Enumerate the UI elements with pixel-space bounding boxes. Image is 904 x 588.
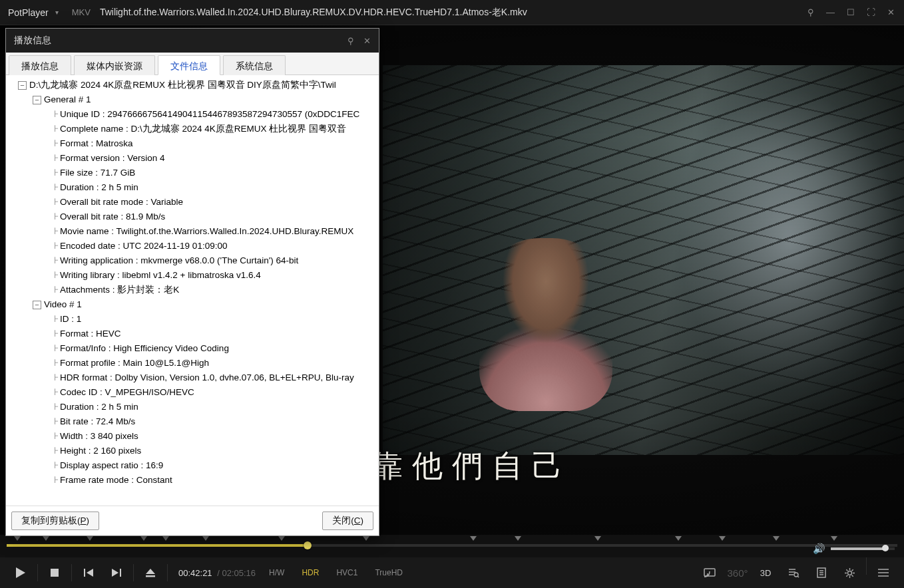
chapter-mark[interactable] [719,536,726,541]
close-icon[interactable]: ✕ [363,36,371,46]
time-total: 02:05:16 [222,568,256,578]
svg-point-11 [847,571,851,575]
chapter-mark[interactable] [363,536,369,541]
tree-node[interactable]: ⊦Frame rate mode : Constant [6,473,379,488]
audio-codec-badge[interactable]: TrueHD [371,567,407,579]
tree-node[interactable]: ⊦Overall bit rate mode : Variable [6,195,379,210]
file-title: Twilight.of.the.Warriors.Walled.In.2024.… [100,7,807,19]
hdr-badge[interactable]: HDR [298,567,323,579]
minimize-icon[interactable]: — [826,7,835,17]
svg-marker-3 [87,569,93,577]
tab-3[interactable]: 系统信息 [223,55,286,75]
playlist-icon[interactable] [807,557,835,588]
tree-node[interactable]: ⊦Format : Matroska [6,136,379,151]
cast-icon[interactable] [696,557,724,588]
chapter-mark[interactable] [831,536,837,541]
tab-0[interactable]: 播放信息 [9,55,71,75]
play-button[interactable] [7,557,35,588]
timeline: 🔊 [0,535,904,557]
chapter-mark[interactable] [675,536,682,541]
3d-button[interactable]: 3D [752,557,780,588]
eject-button[interactable] [136,557,164,588]
tree-node[interactable]: ⊦File size : 71.7 GiB [6,166,379,180]
tree-node[interactable]: −D:\九龙城寨 2024 4K原盘REMUX 杜比视界 国粤双音 DIY原盘简… [6,78,379,92]
video-codec-badge[interactable]: HVC1 [332,567,361,579]
stop-button[interactable] [41,557,69,588]
tree-node[interactable]: −Video # 1 [6,297,379,312]
tree-node[interactable]: ⊦Movie name : Twilight.of.the.Warriors.W… [6,224,379,239]
tree-node[interactable]: ⊦Attachments : 影片封装：老K [6,283,379,297]
svg-rect-1 [51,569,59,577]
tree-node[interactable]: ⊦Writing library : libebml v1.4.2 + libm… [6,268,379,283]
maximize-icon[interactable]: ☐ [847,7,855,17]
chapter-mark[interactable] [43,536,49,541]
chapter-mark[interactable] [278,536,285,541]
tree-node[interactable]: ⊦Format profile : Main 10@L5.1@High [6,356,379,370]
chevron-down-icon[interactable]: ▾ [55,9,59,16]
chapter-mark[interactable] [87,536,93,541]
fullscreen-icon[interactable]: ⛶ [867,7,875,17]
tree-node[interactable]: ⊦HDR format : Dolby Vision, Version 1.0,… [6,370,379,385]
svg-rect-5 [120,569,121,577]
tree-node[interactable]: ⊦Codec ID : V_MPEGH/ISO/HEVC [6,385,379,400]
svg-marker-4 [112,569,118,577]
seek-knob[interactable] [304,541,312,549]
tree-node[interactable]: ⊦Complete name : D:\九龙城寨 2024 4K原盘REMUX … [6,122,379,136]
volume-knob[interactable] [882,545,889,551]
pin-icon[interactable]: ⚲ [347,36,354,46]
tree-node[interactable]: −General # 1 [6,92,379,107]
tab-2[interactable]: 文件信息 [158,55,220,75]
chapter-mark[interactable] [470,536,477,541]
tree-node[interactable]: ⊦Duration : 2 h 5 min [6,400,379,414]
tree-node[interactable]: ⊦Encoded date : UTC 2024-11-19 01:09:00 [6,239,379,253]
playback-info-window: 播放信息 ⚲ ✕ 播放信息媒体内嵌资源文件信息系统信息 −D:\九龙城寨 202… [5,28,379,536]
svg-marker-0 [16,567,25,578]
collapse-icon[interactable]: − [33,96,41,104]
chapter-mark[interactable] [162,536,169,541]
next-button[interactable] [103,557,130,588]
hw-badge[interactable]: H/W [265,567,288,579]
settings-icon[interactable] [835,557,863,588]
tree-node[interactable]: ⊦Overall bit rate : 81.9 Mb/s [6,210,379,224]
volume-slider[interactable] [831,547,895,550]
tree-node[interactable]: ⊦Format version : Version 4 [6,151,379,166]
tab-1[interactable]: 媒体内嵌资源 [74,55,155,75]
menu-icon[interactable] [869,557,897,588]
tree-node[interactable]: ⊦Height : 2 160 pixels [6,444,379,458]
collapse-icon[interactable]: − [18,81,27,90]
360-button[interactable]: 360° [724,557,752,588]
tree-node[interactable]: ⊦Format : HEVC [6,327,379,341]
tree-node[interactable]: ⊦Unique ID : 294766667564149041154467893… [6,107,379,122]
chapter-mark[interactable] [773,536,780,541]
pin-icon[interactable]: ⚲ [807,7,814,17]
tree-node[interactable]: ⊦Bit rate : 72.4 Mb/s [6,414,379,429]
chapter-mark[interactable] [202,536,209,541]
close-icon[interactable]: ✕ [887,7,895,17]
tree-node[interactable]: ⊦Duration : 2 h 5 min [6,180,379,195]
chapter-mark[interactable] [515,536,521,541]
svg-marker-6 [146,569,155,574]
collapse-icon[interactable]: − [33,301,41,309]
copy-to-clipboard-button[interactable]: 复制到剪贴板(P) [11,512,99,530]
tree-node[interactable]: ⊦Display aspect ratio : 16:9 [6,458,379,473]
file-info-tree[interactable]: −D:\九龙城寨 2024 4K原盘REMUX 杜比视界 国粤双音 DIY原盘简… [6,75,379,506]
control-bar: 00:42:21 / 02:05:16 H/W HDR HVC1 TrueHD … [0,557,904,588]
info-window-titlebar[interactable]: 播放信息 ⚲ ✕ [6,29,379,53]
info-window-title: 播放信息 [14,35,51,47]
tree-node[interactable]: ⊦Writing application : mkvmerge v68.0.0 … [6,253,379,268]
close-button[interactable]: 关闭(C) [322,512,373,530]
timecode: 00:42:21 / 02:05:16 [178,568,256,578]
tree-node[interactable]: ⊦ID : 1 [6,312,379,327]
chapter-mark[interactable] [14,536,21,541]
chapter-mark[interactable] [140,536,147,541]
previous-button[interactable] [75,557,103,588]
chapter-mark[interactable] [594,536,601,541]
format-badge: MKV [72,7,91,17]
app-name[interactable]: PotPlayer [5,7,51,18]
tree-node[interactable]: ⊦Width : 3 840 pixels [6,429,379,444]
subtitle-search-icon[interactable] [780,557,807,588]
svg-rect-2 [84,569,85,577]
seek-bar[interactable] [7,544,897,547]
tree-node[interactable]: ⊦Format/Info : High Efficiency Video Cod… [6,341,379,356]
volume-icon[interactable]: 🔊 [813,543,825,555]
